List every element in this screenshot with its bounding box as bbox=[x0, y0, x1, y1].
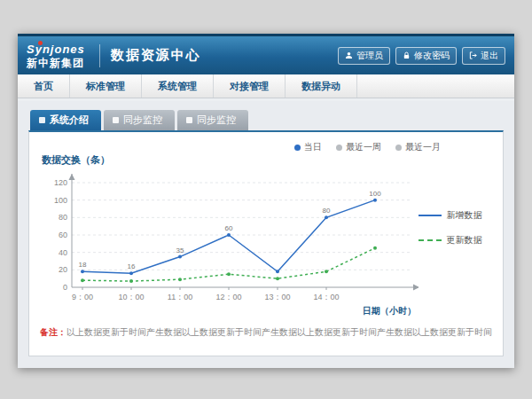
header-divider bbox=[99, 44, 100, 67]
svg-text:16: 16 bbox=[128, 262, 136, 270]
svg-text:80: 80 bbox=[323, 207, 331, 215]
user-icon bbox=[345, 51, 353, 59]
filter-dot-icon bbox=[294, 145, 301, 151]
svg-text:0: 0 bbox=[63, 283, 67, 292]
svg-text:20: 20 bbox=[59, 265, 67, 274]
footnote-text: 以上数据更新于时间产生数据以上数据更新于时间产生数据以上数据更新于时间产生数据以… bbox=[66, 327, 492, 337]
lock-icon bbox=[403, 51, 411, 59]
admin-user-label: 管理员 bbox=[356, 50, 383, 62]
svg-text:40: 40 bbox=[59, 248, 67, 257]
filter-dot-icon bbox=[395, 145, 402, 151]
filter-label: 最近一月 bbox=[405, 141, 441, 153]
chart-panel: 当日 最近一周 最近一月 数据交换（条） 0204060801001209：00… bbox=[28, 130, 504, 356]
content-area: 系统介绍 同步监控 同步监控 当日 最近一周 bbox=[18, 101, 514, 368]
svg-text:9：00: 9：00 bbox=[72, 293, 93, 301]
legend-label: 新增数据 bbox=[447, 209, 482, 222]
svg-text:10：00: 10：00 bbox=[118, 293, 144, 301]
nav-item-connect-mgmt[interactable]: 对接管理 bbox=[214, 74, 286, 98]
footnote-label: 备注： bbox=[40, 327, 66, 337]
logo-accent-dot bbox=[38, 41, 43, 45]
svg-text:18: 18 bbox=[79, 261, 87, 269]
tab-sync-monitor-1[interactable]: 同步监控 bbox=[104, 110, 175, 130]
chart-y-axis-title: 数据交换（条） bbox=[42, 153, 492, 167]
footnote: 备注：以上数据更新于时间产生数据以上数据更新于时间产生数据以上数据更新于时间产生… bbox=[40, 326, 492, 339]
tab-label: 同步监控 bbox=[123, 113, 162, 127]
brand-logo: Synjones 新中新集团 bbox=[27, 43, 89, 68]
series-legend: 新增数据 更新数据 bbox=[419, 209, 492, 246]
nav-item-data-change[interactable]: 数据异动 bbox=[286, 74, 357, 98]
tab-label: 同步监控 bbox=[197, 113, 236, 127]
svg-text:14：00: 14：00 bbox=[313, 293, 339, 301]
tab-sync-monitor-2[interactable]: 同步监控 bbox=[177, 110, 248, 130]
svg-text:100: 100 bbox=[369, 190, 381, 198]
main-nav: 首页 标准管理 系统管理 对接管理 数据异动 bbox=[18, 74, 514, 98]
filter-label: 当日 bbox=[304, 141, 322, 153]
logout-icon bbox=[469, 51, 477, 59]
svg-text:11：00: 11：00 bbox=[168, 293, 192, 301]
tab-icon bbox=[39, 117, 45, 123]
line-chart: 0204060801001209：0010：0011：0012：0013：001… bbox=[40, 167, 419, 319]
filter-today[interactable]: 当日 bbox=[294, 141, 322, 153]
legend-line-sample bbox=[419, 215, 442, 216]
range-filter-legend: 当日 最近一周 最近一月 bbox=[294, 141, 441, 153]
tab-bar: 系统介绍 同步监控 同步监控 bbox=[30, 110, 504, 130]
chart-row: 0204060801001209：0010：0011：0012：0013：001… bbox=[40, 167, 492, 319]
filter-last-week[interactable]: 最近一周 bbox=[336, 141, 381, 153]
change-password-label: 修改密码 bbox=[414, 50, 450, 62]
svg-text:60: 60 bbox=[59, 231, 67, 239]
filter-label: 最近一周 bbox=[346, 141, 381, 153]
legend-line-sample bbox=[419, 239, 442, 241]
app-window: Synjones 新中新集团 数据资源中心 管理员 修改密码 bbox=[18, 34, 514, 368]
svg-text:35: 35 bbox=[176, 246, 184, 254]
legend-label: 更新数据 bbox=[447, 234, 482, 246]
page-title: 数据资源中心 bbox=[111, 47, 201, 64]
legend-item-updated-data: 更新数据 bbox=[419, 234, 492, 246]
svg-text:80: 80 bbox=[59, 213, 67, 222]
logout-button[interactable]: 退出 bbox=[462, 47, 505, 65]
change-password-button[interactable]: 修改密码 bbox=[395, 47, 457, 65]
nav-item-system-mgmt[interactable]: 系统管理 bbox=[142, 74, 214, 98]
nav-item-standard-mgmt[interactable]: 标准管理 bbox=[70, 74, 142, 98]
filter-last-month[interactable]: 最近一月 bbox=[395, 141, 441, 153]
svg-text:100: 100 bbox=[54, 196, 67, 205]
logo-text-en: Synjones bbox=[27, 43, 85, 55]
tab-system-intro[interactable]: 系统介绍 bbox=[30, 110, 101, 130]
filter-dot-icon bbox=[336, 145, 342, 151]
tab-icon bbox=[186, 117, 192, 123]
header-actions: 管理员 修改密码 退出 bbox=[338, 47, 505, 65]
tab-icon bbox=[113, 117, 119, 123]
legend-item-new-data: 新增数据 bbox=[419, 209, 492, 222]
logo-text-cn: 新中新集团 bbox=[27, 58, 85, 68]
svg-text:12：00: 12：00 bbox=[215, 293, 241, 301]
tab-label: 系统介绍 bbox=[50, 113, 89, 127]
nav-item-home[interactable]: 首页 bbox=[18, 74, 70, 98]
logout-label: 退出 bbox=[481, 50, 498, 62]
svg-text:60: 60 bbox=[225, 224, 233, 232]
svg-text:日期（小时）: 日期（小时） bbox=[363, 306, 416, 316]
app-header: Synjones 新中新集团 数据资源中心 管理员 修改密码 bbox=[18, 34, 514, 74]
admin-user-button[interactable]: 管理员 bbox=[338, 47, 390, 65]
svg-text:120: 120 bbox=[54, 178, 67, 187]
svg-text:13：00: 13：00 bbox=[264, 293, 290, 301]
